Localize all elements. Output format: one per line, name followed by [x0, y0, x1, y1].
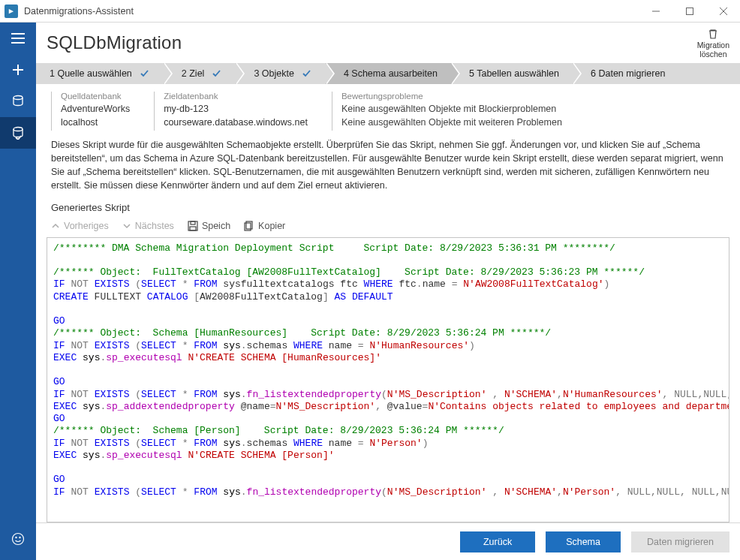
- assessment-issues-info: Bewertungsprobleme Keine ausgewählten Ob…: [332, 92, 617, 131]
- script-save-button[interactable]: Speich: [188, 221, 230, 231]
- copy-icon: [244, 221, 254, 231]
- generated-script-textarea[interactable]: /******** DMA Schema Migration Deploymen…: [47, 237, 729, 523]
- sidebar-add-icon[interactable]: [0, 54, 36, 86]
- page-title: SQLDbMigration: [47, 32, 182, 53]
- back-button[interactable]: Zurück: [460, 531, 535, 552]
- app-icon: ▸: [5, 5, 18, 18]
- check-icon: [302, 68, 312, 79]
- titlebar: ▸ Datenmigrations-Assistent: [0, 0, 740, 23]
- svg-point-10: [14, 128, 23, 131]
- svg-rect-16: [190, 227, 196, 230]
- svg-point-9: [14, 96, 23, 100]
- window-title: Datenmigrations-Assistent: [24, 6, 134, 17]
- script-toolbar: Vorheriges Nächstes Speich Kopier: [36, 219, 740, 237]
- target-db-info: Zieldatenbank my-db-123 courseware.datab…: [154, 92, 308, 131]
- wizard-footer: Zurück Schema Daten migrieren: [36, 522, 740, 560]
- generated-script-label: Generiertes Skript: [36, 199, 740, 219]
- chevron-down-icon: [122, 221, 131, 230]
- sidebar-migration-icon[interactable]: [0, 117, 36, 149]
- svg-point-13: [20, 537, 20, 537]
- window-close[interactable]: [706, 0, 740, 23]
- check-icon: [212, 68, 222, 79]
- description-text: Dieses Skript wurde für die ausgewählten…: [36, 134, 740, 199]
- step-source[interactable]: 1 Quelle auswählen: [36, 63, 164, 84]
- wizard-steps: 1 Quelle auswählen 2 Ziel 3 Objekte 4 Sc…: [36, 63, 740, 84]
- svg-rect-15: [191, 221, 195, 224]
- step-schema[interactable]: 4 Schema ausarbeiten: [326, 63, 451, 84]
- sidebar-database-icon[interactable]: [0, 86, 36, 117]
- window-maximize[interactable]: [672, 0, 706, 23]
- script-next-button[interactable]: Nächstes: [122, 221, 174, 231]
- save-icon: [188, 221, 198, 231]
- source-db-info: Quelldatenbank AdventureWorks localhost: [51, 92, 130, 131]
- step-target[interactable]: 2 Ziel: [164, 63, 236, 84]
- step-migrate-data[interactable]: 6 Daten migrieren: [573, 63, 678, 84]
- step-objects[interactable]: 3 Objekte: [236, 63, 326, 84]
- script-previous-button[interactable]: Vorheriges: [51, 221, 109, 231]
- feedback-smiley-icon[interactable]: [0, 524, 36, 554]
- sidebar: [0, 23, 36, 560]
- chevron-up-icon: [51, 221, 60, 230]
- migrate-data-button: Daten migrieren: [631, 531, 729, 552]
- step-tables[interactable]: 5 Tabellen auswählen: [451, 63, 573, 84]
- svg-point-11: [13, 534, 24, 545]
- window-minimize[interactable]: [639, 0, 672, 23]
- svg-rect-1: [686, 8, 693, 14]
- check-icon: [140, 68, 150, 79]
- hamburger-icon[interactable]: [0, 23, 36, 54]
- svg-point-12: [16, 537, 17, 537]
- trash-icon: [707, 28, 719, 40]
- script-copy-button[interactable]: Kopier: [244, 221, 285, 231]
- delete-migration-button[interactable]: Migration löschen: [697, 28, 729, 59]
- deploy-schema-button[interactable]: Schema: [546, 531, 621, 552]
